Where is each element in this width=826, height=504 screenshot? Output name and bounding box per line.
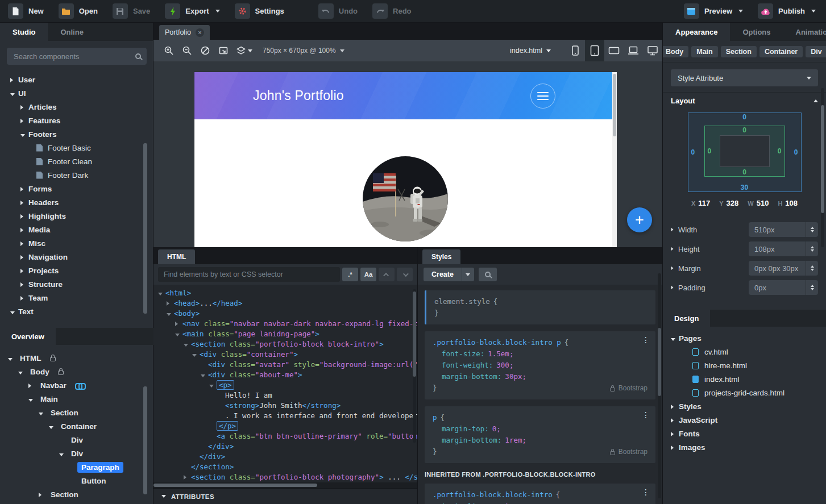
design-tree-item[interactable]: Images: [663, 440, 826, 454]
overview-tree-item[interactable]: Div: [0, 447, 153, 460]
css-rule-card[interactable]: ⋮ .portfolio-block.block-intro p{ font-s…: [425, 331, 655, 399]
css-declaration[interactable]: margin-top:0;: [433, 423, 647, 435]
create-style-button[interactable]: Create: [424, 268, 474, 281]
tab-studio[interactable]: Studio: [0, 23, 48, 41]
styles-scrollbar[interactable]: [658, 273, 661, 498]
publish-button[interactable]: Publish: [758, 3, 816, 19]
close-icon[interactable]: ×: [196, 28, 204, 37]
zoom-out-icon[interactable]: [180, 43, 194, 58]
tab-design[interactable]: Design: [663, 310, 710, 327]
stepper-control[interactable]: [806, 241, 818, 256]
redo-button[interactable]: Redo: [372, 3, 412, 19]
code-line[interactable]: <body>: [153, 309, 417, 319]
page-preview[interactable]: John's Portfolio: [194, 72, 617, 247]
design-tree-item[interactable]: index.html: [663, 372, 826, 386]
code-horizontal-scrollbar[interactable]: [153, 482, 417, 488]
code-line[interactable]: <head>...</head>: [153, 298, 417, 309]
breadcrumb-item-section[interactable]: Section: [721, 46, 757, 57]
field-input[interactable]: 0px: [749, 280, 818, 295]
library-tree-item[interactable]: Articles: [0, 100, 153, 114]
design-tree-item[interactable]: JavaScript: [663, 413, 826, 427]
inspector-scrollbar[interactable]: [821, 88, 824, 247]
field-input[interactable]: 108px: [749, 241, 818, 256]
css-declaration[interactable]: font-weight:300;: [433, 360, 647, 371]
field-label[interactable]: Margin: [671, 264, 701, 273]
code-line[interactable]: <main class="page lanidng-page">: [153, 329, 417, 339]
find-elements-input[interactable]: [158, 267, 340, 282]
tab-html[interactable]: HTML: [158, 249, 195, 264]
find-prev-button[interactable]: [379, 268, 395, 281]
code-line[interactable]: . I work as interface and front end deve…: [153, 411, 417, 421]
design-tree-item[interactable]: Pages: [663, 331, 826, 345]
css-declaration[interactable]: margin-bottom:1rem;: [433, 435, 647, 446]
tab-animation[interactable]: Animation: [783, 23, 826, 41]
viewport-size-label[interactable]: 750px × 670px @ 100%: [263, 47, 344, 55]
library-tree-item[interactable]: Text: [0, 305, 153, 318]
save-button[interactable]: Save: [113, 3, 150, 19]
device-desktop-icon[interactable]: [643, 40, 662, 61]
breadcrumb-item-body[interactable]: Body: [663, 46, 688, 57]
breadcrumb-item-container[interactable]: Container: [759, 46, 803, 57]
code-line[interactable]: <div class="avatar" style="background-im…: [153, 360, 417, 370]
code-line[interactable]: <section class="portfolio-block block-in…: [153, 339, 417, 349]
tab-overview[interactable]: Overview: [0, 328, 56, 345]
settings-button[interactable]: Settings: [235, 3, 284, 19]
library-tree-item[interactable]: Misc: [0, 236, 153, 250]
code-line[interactable]: <a class="btn btn-outline-primary" role=…: [153, 431, 417, 441]
overview-tree-item[interactable]: Main: [0, 392, 153, 406]
overview-tree-item[interactable]: Container: [0, 419, 153, 433]
overview-tree-item[interactable]: Button: [0, 474, 153, 488]
rule-menu-icon[interactable]: ⋮: [642, 488, 650, 496]
library-tree-item[interactable]: Media: [0, 223, 153, 236]
preview-button[interactable]: Preview: [684, 3, 743, 19]
preview-navbar[interactable]: John's Portfolio: [194, 72, 617, 119]
overview-scrollbar[interactable]: [143, 355, 147, 500]
box-model-diagram[interactable]: 0 0 0 30 0 0 0 0: [688, 113, 802, 192]
code-line[interactable]: </p>: [153, 421, 417, 431]
regex-toggle-button[interactable]: .*: [342, 268, 358, 281]
export-button[interactable]: Export: [165, 3, 219, 19]
case-toggle-button[interactable]: Aa: [360, 268, 376, 281]
open-button[interactable]: Open: [59, 3, 98, 19]
code-line[interactable]: </div>: [153, 452, 417, 462]
library-tree-item[interactable]: Features: [0, 114, 153, 127]
library-tree-item[interactable]: Forms: [0, 182, 153, 195]
style-search-button[interactable]: [479, 268, 497, 281]
design-tree-item[interactable]: projects-grid-cards.html: [663, 386, 826, 399]
style-attribute-select[interactable]: Style Attribute: [671, 69, 818, 86]
component-search[interactable]: [7, 48, 147, 65]
overview-tree-item[interactable]: Section: [0, 406, 153, 419]
zoom-in-icon[interactable]: [161, 43, 176, 58]
hamburger-menu-icon[interactable]: [530, 84, 555, 109]
preview-scrollbar[interactable]: [612, 72, 617, 247]
library-tree-item[interactable]: Structure: [0, 277, 153, 291]
layout-section-header[interactable]: Layout: [663, 92, 826, 109]
library-tree-item[interactable]: UI: [0, 86, 153, 100]
layers-icon[interactable]: [234, 43, 254, 58]
css-rule-card[interactable]: ⋮ .portfolio-block.block-intro{ text-ali…: [425, 484, 655, 504]
overview-tree-item[interactable]: HTML: [0, 351, 153, 365]
rotate-disabled-icon[interactable]: [198, 43, 213, 58]
breadcrumb-item-div[interactable]: Div: [806, 46, 826, 57]
code-line[interactable]: <div class="about-me">: [153, 370, 417, 380]
code-line[interactable]: <nav class="navbar navbar-dark navbar-ex…: [153, 319, 417, 329]
resize-frame-icon[interactable]: [216, 43, 231, 58]
stepper-control[interactable]: [806, 261, 818, 276]
library-tree-item[interactable]: Footer Basic: [0, 141, 153, 155]
tab-options[interactable]: Options: [730, 23, 783, 41]
css-declaration[interactable]: font-size:1.5em;: [433, 348, 647, 360]
search-input[interactable]: [13, 52, 135, 61]
add-component-fab[interactable]: +: [627, 207, 652, 232]
overview-tree-item[interactable]: Body: [0, 365, 153, 378]
undo-button[interactable]: Undo: [318, 3, 358, 19]
field-label[interactable]: Padding: [671, 284, 705, 292]
field-input[interactable]: 510px: [749, 222, 818, 237]
rule-menu-icon[interactable]: ⋮: [642, 411, 650, 419]
library-tree-item[interactable]: Team: [0, 291, 153, 305]
design-tree-item[interactable]: cv.html: [663, 345, 826, 359]
library-tree-item[interactable]: Navigation: [0, 250, 153, 264]
css-declaration[interactable]: margin-bottom:30px;: [433, 371, 647, 382]
attributes-bar[interactable]: ATTRIBUTES: [153, 488, 417, 504]
code-line[interactable]: </section>: [153, 462, 417, 472]
design-tree-item[interactable]: Styles: [663, 399, 826, 413]
